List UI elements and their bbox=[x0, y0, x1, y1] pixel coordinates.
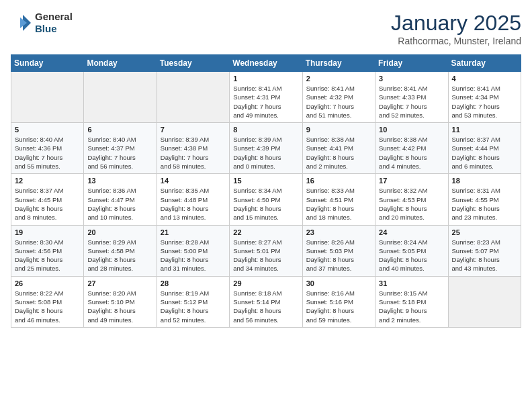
day-number: 3 bbox=[379, 75, 444, 83]
calendar-cell: 24Sunrise: 8:24 AM Sunset: 5:05 PM Dayli… bbox=[375, 225, 448, 276]
column-header-friday: Friday bbox=[375, 55, 448, 72]
day-number: 26 bbox=[15, 279, 80, 287]
day-info: Sunrise: 8:16 AM Sunset: 5:16 PM Dayligh… bbox=[306, 289, 371, 324]
day-info: Sunrise: 8:28 AM Sunset: 5:00 PM Dayligh… bbox=[161, 238, 226, 273]
day-info: Sunrise: 8:30 AM Sunset: 4:56 PM Dayligh… bbox=[15, 238, 80, 273]
column-header-saturday: Saturday bbox=[448, 55, 521, 72]
day-number: 23 bbox=[306, 228, 371, 236]
day-info: Sunrise: 8:41 AM Sunset: 4:34 PM Dayligh… bbox=[452, 84, 517, 120]
month-title: January 2025 bbox=[391, 11, 521, 36]
calendar-week-row: 26Sunrise: 8:22 AM Sunset: 5:08 PM Dayli… bbox=[11, 276, 521, 327]
day-number: 10 bbox=[379, 126, 444, 134]
calendar-cell: 18Sunrise: 8:31 AM Sunset: 4:55 PM Dayli… bbox=[448, 174, 521, 225]
day-info: Sunrise: 8:24 AM Sunset: 5:05 PM Dayligh… bbox=[379, 238, 444, 273]
calendar-cell: 25Sunrise: 8:23 AM Sunset: 5:07 PM Dayli… bbox=[448, 225, 521, 276]
calendar-cell: 30Sunrise: 8:16 AM Sunset: 5:16 PM Dayli… bbox=[302, 276, 375, 327]
calendar-header-row: SundayMondayTuesdayWednesdayThursdayFrid… bbox=[11, 55, 521, 72]
logo-blue-text: Blue bbox=[35, 23, 57, 34]
calendar-table: SundayMondayTuesdayWednesdayThursdayFrid… bbox=[11, 54, 521, 328]
calendar-cell bbox=[157, 72, 229, 123]
calendar-cell: 1Sunrise: 8:41 AM Sunset: 4:31 PM Daylig… bbox=[230, 72, 302, 123]
column-header-thursday: Thursday bbox=[302, 55, 375, 72]
column-header-tuesday: Tuesday bbox=[157, 55, 229, 72]
calendar-cell: 3Sunrise: 8:41 AM Sunset: 4:33 PM Daylig… bbox=[375, 72, 448, 123]
day-number: 11 bbox=[452, 126, 517, 134]
day-number: 8 bbox=[233, 126, 298, 134]
day-info: Sunrise: 8:39 AM Sunset: 4:39 PM Dayligh… bbox=[233, 135, 298, 171]
day-info: Sunrise: 8:22 AM Sunset: 5:08 PM Dayligh… bbox=[15, 289, 80, 324]
day-number: 16 bbox=[306, 177, 371, 185]
day-info: Sunrise: 8:26 AM Sunset: 5:03 PM Dayligh… bbox=[306, 238, 371, 273]
day-info: Sunrise: 8:32 AM Sunset: 4:53 PM Dayligh… bbox=[379, 186, 444, 222]
column-header-wednesday: Wednesday bbox=[230, 55, 302, 72]
calendar-cell: 28Sunrise: 8:19 AM Sunset: 5:12 PM Dayli… bbox=[157, 276, 229, 327]
day-number: 29 bbox=[233, 279, 298, 287]
calendar-cell: 9Sunrise: 8:38 AM Sunset: 4:41 PM Daylig… bbox=[302, 123, 375, 174]
day-number: 28 bbox=[161, 279, 226, 287]
day-number: 31 bbox=[379, 279, 444, 287]
day-info: Sunrise: 8:27 AM Sunset: 5:01 PM Dayligh… bbox=[233, 238, 298, 273]
day-info: Sunrise: 8:36 AM Sunset: 4:47 PM Dayligh… bbox=[87, 186, 152, 222]
day-number: 7 bbox=[161, 126, 226, 134]
calendar-cell: 12Sunrise: 8:37 AM Sunset: 4:45 PM Dayli… bbox=[11, 174, 84, 225]
day-info: Sunrise: 8:38 AM Sunset: 4:42 PM Dayligh… bbox=[379, 135, 444, 171]
calendar-cell: 2Sunrise: 8:41 AM Sunset: 4:32 PM Daylig… bbox=[302, 72, 375, 123]
day-info: Sunrise: 8:15 AM Sunset: 5:18 PM Dayligh… bbox=[379, 289, 444, 324]
logo-icon bbox=[11, 13, 32, 32]
day-number: 18 bbox=[452, 177, 517, 185]
day-info: Sunrise: 8:41 AM Sunset: 4:31 PM Dayligh… bbox=[233, 84, 298, 120]
day-info: Sunrise: 8:38 AM Sunset: 4:41 PM Dayligh… bbox=[306, 135, 371, 171]
logo-general-text: General bbox=[35, 11, 73, 22]
calendar-week-row: 1Sunrise: 8:41 AM Sunset: 4:31 PM Daylig… bbox=[11, 72, 521, 123]
calendar-cell: 15Sunrise: 8:34 AM Sunset: 4:50 PM Dayli… bbox=[230, 174, 302, 225]
day-number: 21 bbox=[161, 228, 226, 236]
day-number: 14 bbox=[161, 177, 226, 185]
day-number: 24 bbox=[379, 228, 444, 236]
calendar-cell: 5Sunrise: 8:40 AM Sunset: 4:36 PM Daylig… bbox=[11, 123, 84, 174]
day-number: 17 bbox=[379, 177, 444, 185]
day-number: 27 bbox=[87, 279, 152, 287]
day-info: Sunrise: 8:18 AM Sunset: 5:14 PM Dayligh… bbox=[233, 289, 298, 324]
day-info: Sunrise: 8:20 AM Sunset: 5:10 PM Dayligh… bbox=[87, 289, 152, 324]
calendar-cell: 4Sunrise: 8:41 AM Sunset: 4:34 PM Daylig… bbox=[448, 72, 521, 123]
day-number: 5 bbox=[15, 126, 80, 134]
day-info: Sunrise: 8:40 AM Sunset: 4:37 PM Dayligh… bbox=[87, 135, 152, 171]
day-number: 2 bbox=[306, 75, 371, 83]
calendar-cell: 22Sunrise: 8:27 AM Sunset: 5:01 PM Dayli… bbox=[230, 225, 302, 276]
day-number: 1 bbox=[233, 75, 298, 83]
day-info: Sunrise: 8:41 AM Sunset: 4:32 PM Dayligh… bbox=[306, 84, 371, 120]
day-number: 22 bbox=[233, 228, 298, 236]
day-info: Sunrise: 8:41 AM Sunset: 4:33 PM Dayligh… bbox=[379, 84, 444, 120]
page-header: General Blue January 2025 Rathcormac, Mu… bbox=[11, 11, 521, 46]
calendar-cell: 10Sunrise: 8:38 AM Sunset: 4:42 PM Dayli… bbox=[375, 123, 448, 174]
day-number: 30 bbox=[306, 279, 371, 287]
location-subtitle: Rathcormac, Munster, Ireland bbox=[391, 36, 521, 46]
calendar-cell: 29Sunrise: 8:18 AM Sunset: 5:14 PM Dayli… bbox=[230, 276, 302, 327]
calendar-cell: 31Sunrise: 8:15 AM Sunset: 5:18 PM Dayli… bbox=[375, 276, 448, 327]
day-number: 19 bbox=[15, 228, 80, 236]
calendar-cell: 17Sunrise: 8:32 AM Sunset: 4:53 PM Dayli… bbox=[375, 174, 448, 225]
title-block: January 2025 Rathcormac, Munster, Irelan… bbox=[391, 11, 521, 46]
day-info: Sunrise: 8:29 AM Sunset: 4:58 PM Dayligh… bbox=[87, 238, 152, 273]
day-number: 25 bbox=[452, 228, 517, 236]
day-info: Sunrise: 8:31 AM Sunset: 4:55 PM Dayligh… bbox=[452, 186, 517, 222]
calendar-cell: 7Sunrise: 8:39 AM Sunset: 4:38 PM Daylig… bbox=[157, 123, 229, 174]
calendar-cell: 8Sunrise: 8:39 AM Sunset: 4:39 PM Daylig… bbox=[230, 123, 302, 174]
calendar-cell: 23Sunrise: 8:26 AM Sunset: 5:03 PM Dayli… bbox=[302, 225, 375, 276]
day-info: Sunrise: 8:34 AM Sunset: 4:50 PM Dayligh… bbox=[233, 186, 298, 222]
day-number: 12 bbox=[15, 177, 80, 185]
day-number: 20 bbox=[87, 228, 152, 236]
calendar-cell: 21Sunrise: 8:28 AM Sunset: 5:00 PM Dayli… bbox=[157, 225, 229, 276]
calendar-cell: 14Sunrise: 8:35 AM Sunset: 4:48 PM Dayli… bbox=[157, 174, 229, 225]
day-number: 13 bbox=[87, 177, 152, 185]
calendar-cell: 6Sunrise: 8:40 AM Sunset: 4:37 PM Daylig… bbox=[84, 123, 157, 174]
calendar-cell bbox=[448, 276, 521, 327]
calendar-cell: 11Sunrise: 8:37 AM Sunset: 4:44 PM Dayli… bbox=[448, 123, 521, 174]
calendar-week-row: 5Sunrise: 8:40 AM Sunset: 4:36 PM Daylig… bbox=[11, 123, 521, 174]
day-info: Sunrise: 8:40 AM Sunset: 4:36 PM Dayligh… bbox=[15, 135, 80, 171]
day-info: Sunrise: 8:33 AM Sunset: 4:51 PM Dayligh… bbox=[306, 186, 371, 222]
calendar-cell: 27Sunrise: 8:20 AM Sunset: 5:10 PM Dayli… bbox=[84, 276, 157, 327]
calendar-cell: 13Sunrise: 8:36 AM Sunset: 4:47 PM Dayli… bbox=[84, 174, 157, 225]
day-info: Sunrise: 8:37 AM Sunset: 4:44 PM Dayligh… bbox=[452, 135, 517, 171]
column-header-monday: Monday bbox=[84, 55, 157, 72]
